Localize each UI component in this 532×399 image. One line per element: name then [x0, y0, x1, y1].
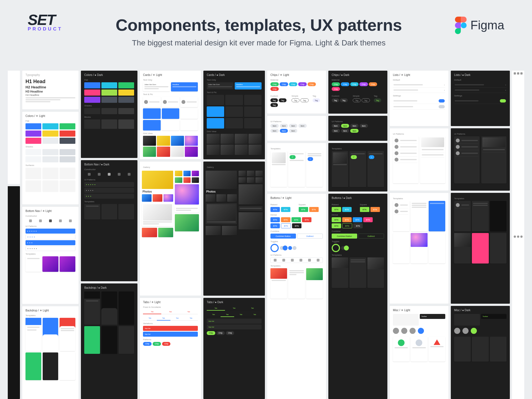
figma-icon: [455, 17, 467, 34]
panel-lists-dark-patterns: UI Patterns: [451, 128, 510, 191]
gallery-title: Photos: [142, 189, 173, 194]
panel-title: Bottom Nav / ● Dark: [84, 163, 134, 166]
panel-title: Chips / ● Dark: [332, 73, 384, 76]
page-header: SET PRODUCT Components, templates, UX pa…: [0, 0, 532, 64]
panel-chips-light: Chips / ☀ Light Material ChipChip ChipCh…: [267, 71, 326, 114]
panel-title: Typography: [25, 73, 75, 76]
panel-title: Backdrop / ☀ Light: [25, 309, 75, 312]
brand-set: SET: [28, 14, 55, 26]
edge-left: [8, 71, 20, 399]
panel-title: Buttons / ☀ Light: [270, 196, 323, 200]
panel-chips-dark: Chips / ● Dark Material ChipChip ChipChi…: [328, 71, 387, 114]
panel-title: Chips / ☀ Light: [270, 73, 323, 76]
panel-bottomnav-dark: Bottom Nav / ● Dark Constructor UI Patte…: [81, 160, 137, 281]
panel-lists-light-templates: Templates: [390, 193, 449, 304]
panel-chips-templates-light: Templates ✓ +: [267, 143, 326, 191]
panel-chips-patterns-dark: UI Patterns ItemItemItemItem ItemItemIte…: [328, 116, 387, 141]
panel-title: Lists / ● Dark: [454, 73, 507, 76]
edge-right: [512, 71, 524, 399]
page-title: Components, templates, UX patterns: [63, 16, 455, 35]
panel-chips-templates-dark: Templates ✓ +: [328, 143, 387, 191]
h2-sample: H2 Headline: [25, 85, 75, 89]
panel-tabs-dark: Tabs / ● Dark TabTabTab TabTabTabTab App…: [203, 298, 265, 399]
panel-cards-dark: Cards / ● Dark Text Only Julien Van Durn…: [203, 71, 265, 159]
h1-sample: H1 Head: [25, 79, 75, 85]
panel-title: Cards / ● Dark: [207, 73, 262, 76]
panel-title: Tabs / ☀ Light: [143, 301, 198, 304]
figma-badge: Figma: [455, 14, 504, 34]
panel-lists-dark: Lists / ● Dark Default › › Settings: [451, 71, 510, 126]
panel-buttons-dark: Buttons / ● Dark Raised BTNBTN Square BT…: [328, 194, 387, 399]
gallery-title: Photos: [206, 189, 237, 194]
figma-label: Figma: [470, 18, 504, 32]
panel-title: Lists / ☀ Light: [393, 73, 445, 76]
panel-typography: Typography H1 Head H2 Headline H3 Headli…: [22, 71, 79, 109]
panel-title: Buttons / ● Dark: [332, 196, 384, 200]
panel-title: Colors / ☀ Light: [25, 114, 75, 117]
page-subtitle: The biggest material design kit ever mad…: [63, 39, 455, 47]
panel-misc-dark: Misc / ● Dark Toolbar: [451, 306, 510, 399]
panel-colors-dark: Colors / ● Dark Flat Shades Blocks: [81, 71, 137, 158]
panel-bottomnav-light: Bottom Nav / ☀ Light Constructor UI Patt…: [22, 207, 79, 304]
panel-title: Misc / ● Dark: [454, 309, 507, 312]
set-product-logo: SET PRODUCT: [28, 14, 63, 32]
panel-misc-light: Misc / ☀ Light Toolbar: [390, 306, 449, 399]
panel-colors-light: Colors / ☀ Light Flat Shades Surfaces: [22, 112, 79, 204]
h3-sample: H3 Headline: [25, 90, 75, 93]
panel-title: Colors / ● Dark: [84, 73, 134, 76]
panel-cards-light: Cards / ☀ Light Text Only Julien Van Dur…: [140, 71, 201, 159]
panel-chips-patterns-light: UI Patterns ItemItemItemItem ItemItemIte…: [267, 116, 326, 141]
panel-title: Backdrop / ● Dark: [84, 286, 134, 289]
panel-title: Cards / ☀ Light: [143, 73, 198, 76]
panel-lists-light: Lists / ☀ Light Default › › Settings: [390, 71, 449, 126]
panel-lists-light-patterns: UI Patterns: [390, 128, 449, 191]
panel-buttons-light: Buttons / ☀ Light Raised BTNBTN Square B…: [267, 194, 326, 399]
h4-sample: H4 Headline: [25, 94, 75, 96]
panel-backdrop-light: Backdrop / ☀ Light Templates: [22, 306, 79, 399]
panel-cards-light-gallery: Gallery Photos: [140, 162, 201, 296]
panel-backdrop-dark: Backdrop / ● Dark: [81, 283, 137, 399]
panel-title: Tabs / ● Dark: [207, 301, 262, 304]
brand-product: PRODUCT: [28, 26, 63, 32]
panel-lists-dark-templates: Templates: [451, 193, 510, 304]
component-gallery: Typography H1 Head H2 Headline H3 Headli…: [0, 71, 532, 399]
panel-title: Misc / ☀ Light: [393, 309, 445, 312]
panel-cards-dark-gallery: Gallery Photos: [203, 162, 265, 296]
panel-title: Bottom Nav / ☀ Light: [25, 209, 75, 213]
panel-tabs-light: Tabs / ☀ Light Fixed & Scrollable TabTab…: [140, 298, 201, 399]
